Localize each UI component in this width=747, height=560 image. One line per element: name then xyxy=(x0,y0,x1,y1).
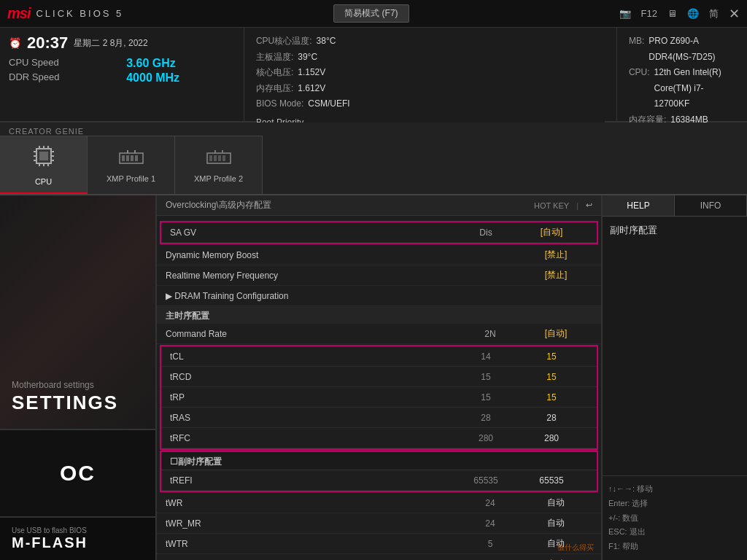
table-row-twtr[interactable]: tWTR 5 自动 xyxy=(157,534,601,554)
bios-mode-val: CSM/UEFI xyxy=(308,96,349,112)
close-button[interactable]: ✕ xyxy=(729,6,740,22)
twr-mr-val2: 自动 xyxy=(519,517,592,529)
twr-mr-name: tWR_MR xyxy=(166,518,461,529)
mem-voltage-row: 内存电压: 1.612V xyxy=(256,81,605,97)
tras-name: tRAS xyxy=(170,413,457,423)
sidebar-settings-section[interactable]: Motherboard settings SETTINGS xyxy=(0,195,155,429)
table-row-twr[interactable]: tWR 24 自动 xyxy=(157,493,601,513)
table-row-command-rate[interactable]: Command Rate 2N [自动] xyxy=(157,324,601,344)
svg-rect-24 xyxy=(218,155,221,161)
monitor-icon: 🖥 xyxy=(667,8,677,19)
cpu-val: 12th Gen Intel(R) Core(TM) i7-12700KF xyxy=(654,65,735,112)
board-temp-val: 39°C xyxy=(298,50,317,66)
table-row-tcl[interactable]: tCL 14 15 xyxy=(161,346,597,367)
bios-logo: CLICK BIOS 5 xyxy=(36,8,123,19)
sagv-name: SA GV xyxy=(170,228,457,238)
table-row-twtr-l[interactable]: tWTR_L 12 自动 xyxy=(157,554,601,560)
tab-xmp1[interactable]: XMP Profile 1 xyxy=(88,136,175,194)
rmf-val2: [禁止] xyxy=(519,269,592,281)
svg-rect-17 xyxy=(131,155,133,161)
cpu-key: CPU: xyxy=(629,65,650,112)
table-row-trp[interactable]: tRP 15 15 xyxy=(161,387,597,408)
twr-name: tWR xyxy=(166,498,461,508)
info-right: MB: PRO Z690-A DDR4(MS-7D25) CPU: 12th G… xyxy=(617,28,747,121)
sagv-val2: [自动] xyxy=(515,226,588,238)
language-icon: 🌐 xyxy=(687,8,699,19)
cpu-temp-row: CPU核心温度: 38°C xyxy=(256,34,605,50)
date-section: 星期二 2 8月, 2022 xyxy=(74,37,147,50)
trp-name: tRP xyxy=(170,392,457,402)
core-voltage-key: 核心电压: xyxy=(256,65,293,81)
twr-val2: 自动 xyxy=(519,497,592,509)
table-row-trfc[interactable]: tRFC 280 280 xyxy=(161,428,597,448)
date-label: 2 8月, 2022 xyxy=(103,38,148,48)
tab-info[interactable]: INFO xyxy=(675,195,747,216)
tab-xmp2[interactable]: XMP Profile 2 xyxy=(175,136,263,194)
tcl-name: tCL xyxy=(170,351,457,362)
table-row-twr-mr[interactable]: tWR_MR 24 自动 xyxy=(157,513,601,534)
divider: | xyxy=(576,201,578,210)
sidebar-mflash-section[interactable]: Use USB to flash BIOS M-FLASH xyxy=(0,516,155,560)
right-panel: HELP INFO 副时序配置 ↑↓←→: 移动 Enter: 选择 +/-: … xyxy=(601,195,747,560)
trfc-val2: 280 xyxy=(515,433,588,443)
settings-big-label: SETTINGS xyxy=(12,392,144,414)
table-row-rmf[interactable]: Realtime Memory Frequency [禁止] xyxy=(157,265,601,286)
cpu-temp-val: 38°C xyxy=(317,34,336,50)
main-content: Motherboard settings SETTINGS OC Use USB… xyxy=(0,195,747,560)
svg-rect-15 xyxy=(122,155,125,161)
sidebar-oc-section[interactable]: OC xyxy=(0,429,155,516)
xmp2-tab-label: XMP Profile 2 xyxy=(194,174,243,183)
cpu-speed-label: CPU Speed xyxy=(9,57,115,70)
mflash-small-label: Use USB to flash BIOS xyxy=(12,526,144,534)
tab-help[interactable]: HELP xyxy=(603,195,675,216)
breadcrumb-bar: Overclocking\高级内存配置 HOT KEY | ↩ xyxy=(157,195,601,216)
dram-training-name: ▶ DRAM Training Configuration xyxy=(166,291,461,301)
keybind-enter: Enter: 选择 xyxy=(608,497,741,511)
settings-small-label: Motherboard settings xyxy=(12,380,144,390)
dmb-name: Dynamic Memory Boost xyxy=(166,250,461,260)
dmb-val2: [禁止] xyxy=(519,249,592,261)
info-center: CPU核心温度: 38°C 主板温度: 39°C 核心电压: 1.152V 内存… xyxy=(244,28,617,121)
command-rate-val2: [自动] xyxy=(519,327,592,340)
svg-rect-20 xyxy=(134,150,136,153)
trp-val1: 15 xyxy=(457,392,515,402)
screenshot-key-label: F12 xyxy=(641,8,657,19)
tcl-val1: 14 xyxy=(457,351,515,362)
ddr-speed-label: DDR Speed xyxy=(9,71,115,85)
table-row-trefi[interactable]: tREFI 65535 65535 xyxy=(161,470,597,491)
top-center: 简易模式 (F7) xyxy=(333,4,409,23)
tab-cpu[interactable]: CPU xyxy=(0,136,88,194)
keybind-f1: F1: 帮助 xyxy=(608,540,741,554)
settings-table: SA GV Dis [自动] Dynamic Memory Boost [禁止]… xyxy=(157,216,601,560)
mem-voltage-key: 内存电压: xyxy=(256,81,293,97)
easy-mode-button[interactable]: 简易模式 (F7) xyxy=(333,4,409,23)
oc-label: OC xyxy=(60,461,96,486)
primary-timing-header: 主时序配置 xyxy=(157,306,601,324)
table-row-sagv[interactable]: SA GV Dis [自动] xyxy=(161,222,597,243)
main-timings-block: tCL 14 15 tRCD 15 15 tRP 15 15 tRAS 28 xyxy=(160,345,598,450)
trcd-val2: 15 xyxy=(515,372,588,382)
table-row-dram-training[interactable]: ▶ DRAM Training Configuration xyxy=(157,286,601,306)
board-temp-key: 主板温度: xyxy=(256,50,293,66)
table-row-tras[interactable]: tRAS 28 28 xyxy=(161,408,597,428)
creator-genie-label: CREATOR GENIE xyxy=(9,127,84,136)
table-row-dmb[interactable]: Dynamic Memory Boost [禁止] xyxy=(157,245,601,265)
trefi-val1: 65535 xyxy=(457,475,515,486)
info-left: ⏰ 20:37 星期二 2 8月, 2022 CPU Speed 3.60 GH… xyxy=(0,28,244,121)
msi-logo: msi xyxy=(7,5,30,22)
trfc-val1: 280 xyxy=(457,433,515,443)
table-row-trcd[interactable]: tRCD 15 15 xyxy=(161,367,597,387)
speed-grid: CPU Speed 3.60 GHz DDR Speed 4000 MHz xyxy=(9,57,235,85)
hot-key-area: HOT KEY | ↩ xyxy=(534,201,592,210)
day-label: 星期二 xyxy=(74,38,100,48)
datetime-row: ⏰ 20:37 星期二 2 8月, 2022 xyxy=(9,34,235,52)
mflash-big-label: M-FLASH xyxy=(12,534,144,551)
twtr-val1: 5 xyxy=(461,539,519,549)
cpu-tab-icon xyxy=(31,143,57,174)
keybind-plusminus: +/-: 数值 xyxy=(608,511,741,526)
back-icon[interactable]: ↩ xyxy=(586,201,592,210)
right-content: 副时序配置 xyxy=(603,217,747,475)
logo: msi CLICK BIOS 5 xyxy=(7,5,123,22)
hot-key-label: HOT KEY xyxy=(534,201,569,210)
command-rate-name: Command Rate xyxy=(166,329,461,339)
